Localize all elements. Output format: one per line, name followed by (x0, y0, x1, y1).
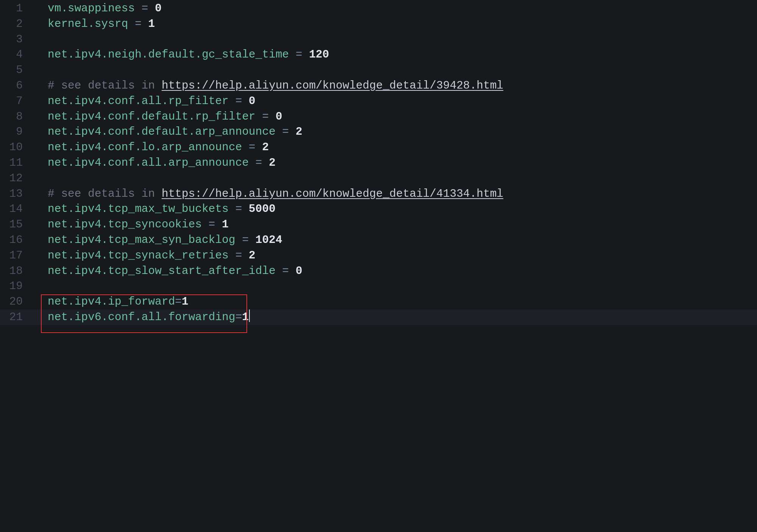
code-content[interactable]: net.ipv6.conf.all.forwarding=1 (26, 310, 757, 325)
code-content[interactable]: kernel.sysrq = 1 (26, 16, 757, 32)
operator: = (135, 2, 155, 15)
code-content[interactable]: net.ipv4.conf.lo.arp_announce = 2 (26, 140, 757, 155)
code-content[interactable]: # see details in https://help.aliyun.com… (26, 78, 757, 93)
comment-link[interactable]: https://help.aliyun.com/knowledge_detail… (162, 187, 503, 200)
line-number: 9 (0, 124, 26, 140)
line-number: 3 (0, 32, 26, 47)
operator: = (255, 110, 276, 123)
sysctl-value: 1 (148, 17, 155, 30)
comment-link[interactable]: https://help.aliyun.com/knowledge_detail… (162, 79, 503, 92)
sysctl-key: net.ipv4.tcp_slow_start_after_idle (48, 264, 276, 277)
code-editor[interactable]: 1 vm.swappiness = 0 2 kernel.sysrq = 1 3… (0, 0, 757, 532)
operator: = (229, 249, 249, 262)
line-number: 21 (0, 310, 26, 325)
code-content[interactable] (26, 278, 757, 294)
code-content[interactable]: net.ipv4.conf.all.rp_filter = 0 (26, 93, 757, 109)
code-line-current[interactable]: 21 net.ipv6.conf.all.forwarding=1 (0, 310, 757, 325)
code-line[interactable]: 16 net.ipv4.tcp_max_syn_backlog = 1024 (0, 232, 757, 248)
line-number: 7 (0, 93, 26, 109)
operator: = (289, 48, 309, 61)
code-line[interactable]: 18 net.ipv4.tcp_slow_start_after_idle = … (0, 263, 757, 279)
sysctl-key: net.ipv4.conf.default.rp_filter (48, 110, 255, 123)
operator: = (242, 141, 262, 154)
sysctl-key: net.ipv4.tcp_syncookies (48, 218, 202, 231)
operator: = (202, 218, 222, 231)
code-line[interactable]: 3 (0, 32, 757, 47)
sysctl-value: 120 (309, 48, 329, 61)
code-content[interactable]: net.ipv4.tcp_max_syn_backlog = 1024 (26, 232, 757, 248)
code-line[interactable]: 15 net.ipv4.tcp_syncookies = 1 (0, 217, 757, 232)
operator: = (128, 17, 148, 30)
sysctl-value: 1 (222, 218, 229, 231)
code-line[interactable]: 14 net.ipv4.tcp_max_tw_buckets = 5000 (0, 201, 757, 217)
code-content[interactable] (26, 32, 757, 47)
sysctl-key: net.ipv4.tcp_max_tw_buckets (48, 202, 229, 215)
sysctl-value: 0 (155, 2, 162, 15)
sysctl-value: 2 (249, 249, 255, 262)
comment-text: # see details in (48, 187, 162, 200)
line-number: 5 (0, 62, 26, 78)
operator: = (276, 264, 296, 277)
operator: = (276, 125, 296, 138)
code-line[interactable]: 19 (0, 278, 757, 294)
code-line[interactable]: 12 (0, 171, 757, 186)
code-line[interactable]: 13 # see details in https://help.aliyun.… (0, 186, 757, 202)
code-line[interactable]: 10 net.ipv4.conf.lo.arp_announce = 2 (0, 140, 757, 155)
operator: = (235, 311, 242, 324)
sysctl-value: 5000 (249, 202, 276, 215)
line-number: 14 (0, 201, 26, 217)
line-number: 1 (0, 1, 26, 16)
code-content[interactable]: net.ipv4.tcp_synack_retries = 2 (26, 248, 757, 263)
code-content[interactable]: net.ipv4.tcp_max_tw_buckets = 5000 (26, 201, 757, 217)
sysctl-value: 0 (249, 95, 255, 107)
sysctl-key: net.ipv4.tcp_max_syn_backlog (48, 233, 235, 246)
code-content[interactable]: vm.swappiness = 0 (26, 1, 757, 16)
code-line[interactable]: 8 net.ipv4.conf.default.rp_filter = 0 (0, 109, 757, 124)
code-line[interactable]: 7 net.ipv4.conf.all.rp_filter = 0 (0, 93, 757, 109)
sysctl-value: 2 (269, 156, 276, 169)
operator: = (249, 156, 269, 169)
sysctl-key: net.ipv4.conf.all.arp_announce (48, 156, 249, 169)
code-content[interactable]: net.ipv4.neigh.default.gc_stale_time = 1… (26, 47, 757, 62)
sysctl-key: net.ipv4.conf.all.rp_filter (48, 95, 229, 107)
code-content[interactable]: # see details in https://help.aliyun.com… (26, 186, 757, 202)
code-content[interactable]: net.ipv4.conf.default.arp_announce = 2 (26, 124, 757, 140)
line-number: 20 (0, 294, 26, 310)
operator: = (229, 202, 249, 215)
code-line[interactable]: 5 (0, 62, 757, 78)
sysctl-key: net.ipv4.conf.lo.arp_announce (48, 141, 242, 154)
operator: = (175, 295, 182, 308)
code-line[interactable]: 2 kernel.sysrq = 1 (0, 16, 757, 32)
line-number: 12 (0, 171, 26, 186)
code-content[interactable]: net.ipv4.tcp_slow_start_after_idle = 0 (26, 263, 757, 279)
code-content[interactable] (26, 62, 757, 78)
sysctl-value: 2 (296, 125, 302, 138)
code-content[interactable]: net.ipv4.conf.default.rp_filter = 0 (26, 109, 757, 124)
code-content[interactable]: net.ipv4.tcp_syncookies = 1 (26, 217, 757, 232)
line-number: 8 (0, 109, 26, 124)
line-number: 4 (0, 47, 26, 62)
line-number: 10 (0, 140, 26, 155)
sysctl-key: kernel.sysrq (48, 17, 128, 30)
line-number: 15 (0, 217, 26, 232)
line-number: 11 (0, 155, 26, 171)
code-line[interactable]: 9 net.ipv4.conf.default.arp_announce = 2 (0, 124, 757, 140)
code-line[interactable]: 6 # see details in https://help.aliyun.c… (0, 78, 757, 93)
sysctl-key: net.ipv6.conf.all.forwarding (48, 311, 235, 324)
code-line[interactable]: 11 net.ipv4.conf.all.arp_announce = 2 (0, 155, 757, 171)
sysctl-value: 1 (182, 295, 188, 308)
operator: = (235, 233, 255, 246)
code-line[interactable]: 17 net.ipv4.tcp_synack_retries = 2 (0, 248, 757, 263)
operator: = (229, 95, 249, 107)
code-line[interactable]: 20 net.ipv4.ip_forward=1 (0, 294, 757, 310)
code-content[interactable] (26, 171, 757, 186)
code-content[interactable]: net.ipv4.ip_forward=1 (26, 294, 757, 310)
code-line[interactable]: 4 net.ipv4.neigh.default.gc_stale_time =… (0, 47, 757, 62)
code-content[interactable]: net.ipv4.conf.all.arp_announce = 2 (26, 155, 757, 171)
sysctl-key: net.ipv4.tcp_synack_retries (48, 249, 229, 262)
line-number: 13 (0, 186, 26, 202)
code-line[interactable]: 1 vm.swappiness = 0 (0, 1, 757, 16)
line-number: 18 (0, 263, 26, 279)
sysctl-value: 1024 (255, 233, 282, 246)
line-number: 2 (0, 16, 26, 32)
